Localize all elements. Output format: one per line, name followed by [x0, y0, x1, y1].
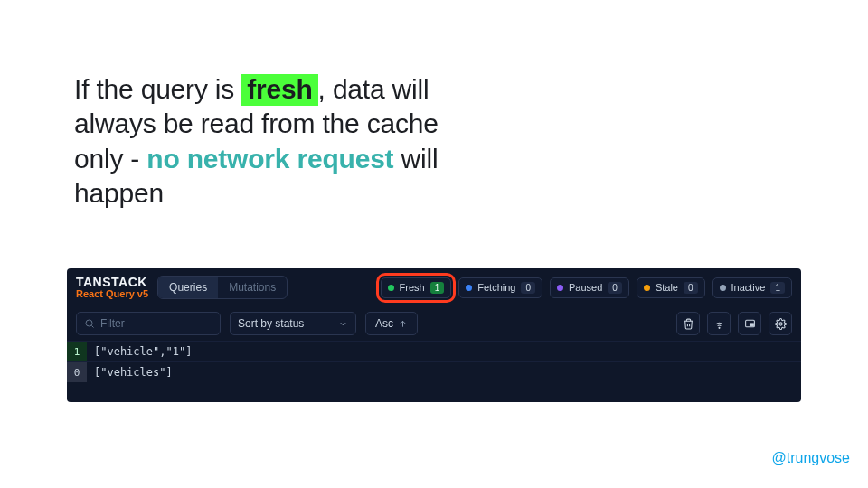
devtools-header: TANSTACK React Query v5 Queries Mutation… — [67, 268, 801, 306]
chevron-down-icon — [338, 319, 348, 329]
pip-icon — [744, 318, 756, 330]
status-chip-inactive[interactable]: Inactive 1 — [712, 277, 792, 298]
query-row[interactable]: 0 ["vehicles"] — [67, 361, 801, 382]
status-strip: Fresh 1 Fetching 0 Paused 0 Stale 0 Inac… — [381, 277, 792, 298]
gear-icon — [775, 318, 787, 330]
devtools-panel: TANSTACK React Query v5 Queries Mutation… — [67, 268, 801, 402]
asc-label: Asc — [375, 317, 393, 330]
headline-part-1: If the query is — [74, 74, 241, 104]
dot-stale-icon — [644, 285, 650, 291]
svg-point-6 — [778, 323, 781, 325]
observer-count: 0 — [67, 362, 87, 382]
svg-rect-5 — [750, 324, 753, 326]
tab-group: Queries Mutations — [157, 276, 288, 299]
observer-count: 1 — [67, 342, 87, 361]
author-handle: @trungvose — [771, 450, 850, 466]
arrow-up-icon — [398, 319, 408, 329]
status-chip-stale[interactable]: Stale 0 — [637, 277, 705, 298]
offline-toggle-button[interactable] — [707, 312, 731, 335]
dot-paused-icon — [557, 285, 563, 291]
wifi-icon — [713, 318, 725, 330]
status-chip-fetching[interactable]: Fetching 0 — [458, 277, 542, 298]
status-fetching-label: Fetching — [477, 282, 515, 293]
pip-button[interactable] — [738, 312, 761, 335]
sort-label: Sort by status — [238, 317, 304, 330]
query-row[interactable]: 1 ["vehicle","1"] — [67, 341, 801, 361]
brand-sub: React Query v5 — [76, 289, 148, 300]
tab-mutations[interactable]: Mutations — [218, 277, 287, 298]
dot-fetching-icon — [466, 285, 472, 291]
status-paused-count: 0 — [608, 282, 622, 294]
sort-direction-button[interactable]: Asc — [365, 312, 418, 335]
status-inactive-count: 1 — [770, 282, 785, 294]
query-key: ["vehicle","1"] — [87, 345, 192, 358]
devtools-controls: Filter Sort by status Asc — [67, 306, 801, 341]
brand: TANSTACK React Query v5 — [76, 276, 148, 299]
query-key: ["vehicles"] — [87, 366, 173, 379]
tab-queries[interactable]: Queries — [158, 277, 218, 298]
svg-point-3 — [718, 327, 719, 328]
clear-cache-button[interactable] — [676, 312, 700, 335]
dot-inactive-icon — [720, 285, 726, 291]
tool-buttons — [676, 312, 792, 335]
settings-button[interactable] — [769, 312, 792, 335]
query-rows: 1 ["vehicle","1"] 0 ["vehicles"] — [67, 341, 801, 382]
filter-placeholder: Filter — [100, 317, 125, 330]
sort-select[interactable]: Sort by status — [230, 312, 356, 335]
trash-icon — [683, 318, 694, 330]
status-paused-label: Paused — [569, 282, 602, 293]
headline-highlight-fresh: fresh — [241, 74, 317, 106]
headline-accent-no-network: no network request — [146, 144, 393, 174]
status-stale-label: Stale — [656, 282, 678, 293]
status-fresh-label: Fresh — [400, 282, 425, 293]
status-fresh-count: 1 — [430, 282, 445, 294]
status-inactive-label: Inactive — [731, 282, 766, 293]
svg-point-0 — [86, 320, 92, 326]
status-stale-count: 0 — [684, 282, 698, 294]
filter-input[interactable]: Filter — [76, 312, 221, 335]
status-chip-fresh[interactable]: Fresh 1 — [381, 277, 452, 298]
status-fetching-count: 0 — [521, 282, 535, 294]
status-chip-paused[interactable]: Paused 0 — [550, 277, 629, 298]
dot-fresh-icon — [388, 285, 394, 291]
svg-line-1 — [91, 326, 93, 328]
search-icon — [84, 318, 95, 329]
brand-main: TANSTACK — [76, 276, 148, 289]
slide-headline: If the query is fresh, data will always … — [74, 72, 454, 211]
